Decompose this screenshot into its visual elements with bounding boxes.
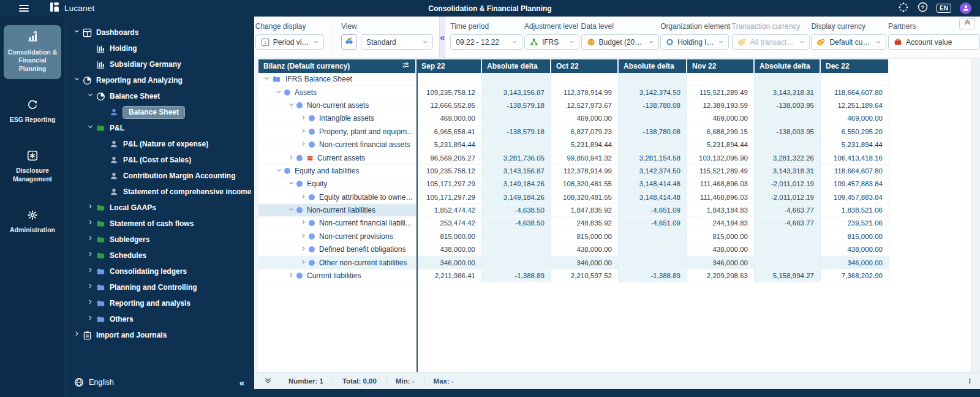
tree-item-balance-sheet[interactable]: Balance Sheet xyxy=(66,104,253,120)
chevron-right-icon[interactable] xyxy=(299,115,309,122)
value-cell[interactable]: 2,210,597.52 xyxy=(551,270,619,282)
value-cell[interactable]: 99,850,941.32 xyxy=(551,151,619,164)
scroll-top-button[interactable] xyxy=(959,18,975,29)
rail-item-disclosure-management[interactable]: Disclosure Management xyxy=(4,145,61,189)
column-header-dec-22[interactable]: Dec 22 xyxy=(821,59,889,73)
value-cell[interactable]: 6,965,658.41 xyxy=(417,126,482,138)
tree-item-p-l[interactable]: P&L xyxy=(66,120,253,136)
value-cell[interactable] xyxy=(755,230,821,243)
value-cell[interactable] xyxy=(482,256,551,269)
value-cell[interactable] xyxy=(755,243,821,256)
value-cell[interactable]: 12,527,973.67 xyxy=(551,99,619,112)
chevron-right-icon[interactable] xyxy=(299,141,309,148)
value-cell[interactable]: 253,474.42 xyxy=(417,217,482,230)
chevron-down-icon[interactable] xyxy=(85,124,96,133)
row-label-ifrs-balance-sheet[interactable]: IFRS Balance Sheet xyxy=(258,73,417,86)
row-label-non-current-provisions[interactable]: Non-current provisions xyxy=(258,230,417,243)
value-cell[interactable]: 346,000.00 xyxy=(687,256,755,269)
column-header-nov-22[interactable]: Nov 22 xyxy=(687,59,755,73)
hamburger-menu-icon[interactable] xyxy=(19,5,29,12)
value-cell[interactable]: -4,638.50 xyxy=(482,217,551,230)
chevron-right-icon[interactable] xyxy=(299,233,309,240)
value-cell[interactable]: 112,378,914.99 xyxy=(551,165,619,178)
value-cell[interactable] xyxy=(482,138,551,151)
value-cell[interactable]: 5,231,894.44 xyxy=(551,138,619,151)
value-cell[interactable] xyxy=(687,73,755,86)
tree-item-local-gaaps[interactable]: Local GAAPs xyxy=(66,200,253,216)
value-cell[interactable]: 3,281,322.26 xyxy=(755,151,821,164)
value-cell[interactable]: 815,000.00 xyxy=(551,230,619,243)
value-cell[interactable]: 438,000.00 xyxy=(417,243,482,256)
rail-item-esg-reporting[interactable]: ESG Reporting xyxy=(4,94,61,130)
value-cell[interactable] xyxy=(619,73,687,86)
column-header-oct-22[interactable]: Oct 22 xyxy=(551,59,619,73)
tree-item-planning-and-controlling[interactable]: Planning and Controlling xyxy=(66,279,253,295)
value-cell[interactable]: 3,143,156.87 xyxy=(482,165,551,178)
value-cell[interactable]: 6,827,079.23 xyxy=(551,126,619,138)
chevron-right-icon[interactable] xyxy=(299,128,309,135)
tree-item-balance-sheet[interactable]: Balance Sheet xyxy=(66,88,253,104)
value-cell[interactable]: 3,281,736.05 xyxy=(482,151,551,164)
value-cell[interactable]: 12,666,552.85 xyxy=(417,99,482,112)
chevron-right-icon[interactable] xyxy=(85,267,96,276)
value-cell[interactable]: 115,521,289.49 xyxy=(687,165,755,178)
table-title-header[interactable]: Bilanz (Default currency) xyxy=(258,59,417,73)
value-cell[interactable]: 7,368,202.90 xyxy=(821,270,889,282)
row-label-intangible-assets[interactable]: Intangible assets xyxy=(258,112,417,125)
value-cell[interactable]: -4,651.09 xyxy=(619,217,687,230)
row-label-current-liabilities[interactable]: Current liabilities xyxy=(258,270,417,282)
value-cell[interactable]: 5,231,894.44 xyxy=(821,138,889,151)
row-label-non-current-liabilities[interactable]: Non-current liabilities xyxy=(258,204,417,217)
value-cell[interactable] xyxy=(821,73,889,86)
value-cell[interactable]: 2,211,986.41 xyxy=(417,270,482,282)
value-cell[interactable]: 3,143,156.87 xyxy=(482,86,551,99)
value-cell[interactable]: 105,171,297.29 xyxy=(417,178,482,191)
ai-sparkle-icon[interactable] xyxy=(898,2,909,15)
value-cell[interactable]: 118,664,607.80 xyxy=(821,86,889,99)
value-cell[interactable]: -138,003.95 xyxy=(755,126,821,138)
value-cell[interactable]: 346,000.00 xyxy=(821,256,889,269)
statusbar-menu-icon[interactable] xyxy=(967,376,973,386)
value-cell[interactable]: 6,688,299.15 xyxy=(687,126,755,138)
tree-item-p-l-cost-of-sales-[interactable]: P&L (Cost of Sales) xyxy=(66,152,253,168)
data-level-dropdown[interactable]: Budget (2020... xyxy=(581,34,659,50)
tree-item-statement-of-comprehensive-income[interactable]: Statement of comprehensive income xyxy=(66,184,253,200)
chevron-down-icon[interactable] xyxy=(72,76,83,85)
value-cell[interactable] xyxy=(482,243,551,256)
value-cell[interactable]: 3,148,414.48 xyxy=(619,191,687,204)
tree-item-p-l-nature-of-expense-[interactable]: P&L (Nature of expense) xyxy=(66,136,253,152)
value-cell[interactable]: 5,158,994.27 xyxy=(755,270,821,282)
chevron-down-icon[interactable] xyxy=(85,92,96,101)
value-cell[interactable]: 815,000.00 xyxy=(687,230,755,243)
value-cell[interactable]: 815,000.00 xyxy=(821,230,889,243)
tree-item-holding[interactable]: Holding xyxy=(66,40,253,56)
row-label-defined-benefit-obligations[interactable]: Defined benefit obligations xyxy=(258,243,417,256)
value-cell[interactable]: -1,388.89 xyxy=(619,270,687,282)
row-label-non-current-assets[interactable]: Non-current assets xyxy=(258,99,417,112)
chevron-down-icon[interactable] xyxy=(72,28,83,37)
value-cell[interactable]: 111,468,896.03 xyxy=(687,191,755,204)
row-label-current-assets[interactable]: Current assets xyxy=(258,151,417,164)
value-cell[interactable]: -2,011,012.19 xyxy=(755,191,821,204)
chevron-right-icon[interactable] xyxy=(85,219,96,229)
chevron-down-icon[interactable] xyxy=(287,180,296,187)
value-cell[interactable] xyxy=(619,138,687,151)
time-period-dropdown[interactable]: 09.22 - 12.22 xyxy=(450,34,522,50)
chevron-down-icon[interactable] xyxy=(274,167,284,175)
value-cell[interactable]: 3,143,318.31 xyxy=(755,86,821,99)
column-settings-icon[interactable] xyxy=(401,61,410,71)
value-cell[interactable]: 103,132,095.90 xyxy=(687,151,755,164)
chevron-right-icon[interactable] xyxy=(299,219,309,227)
value-cell[interactable]: 346,000.00 xyxy=(417,256,482,269)
value-cell[interactable]: 109,235,758.12 xyxy=(417,86,482,99)
value-cell[interactable]: 106,413,418.16 xyxy=(821,151,889,164)
value-cell[interactable]: 108,320,481.55 xyxy=(551,191,619,204)
statusbar-expand-icon[interactable] xyxy=(254,377,279,385)
value-cell[interactable]: -2,011,012.19 xyxy=(755,178,821,191)
chevron-down-icon[interactable] xyxy=(262,75,272,83)
value-cell[interactable]: 1,852,474.42 xyxy=(417,204,482,217)
tree-item-consolidating-ledgers[interactable]: Consolidating ledgers xyxy=(66,263,253,279)
organization-element-dropdown[interactable]: Holding Inc. xyxy=(660,34,729,50)
value-cell[interactable]: 5,231,894.44 xyxy=(417,138,482,151)
tree-item-subledgers[interactable]: Subledgers xyxy=(66,232,253,248)
